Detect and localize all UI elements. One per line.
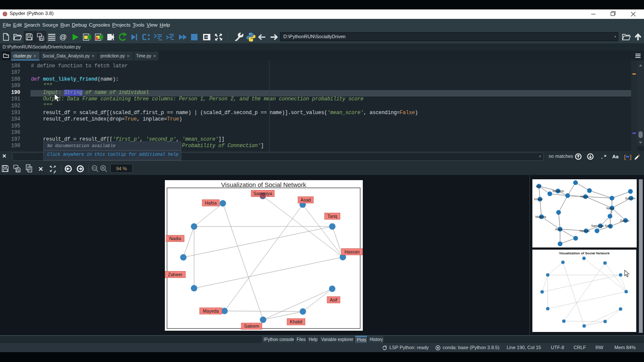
svg-text:@: @ <box>59 33 67 41</box>
svg-text:Asad: Asad <box>301 197 311 202</box>
svg-text:Hassan: Hassan <box>344 249 360 254</box>
svg-text:Visualization of Social Networ: Visualization of Social Network <box>221 181 307 188</box>
svg-text:Khalid: Khalid <box>290 319 302 324</box>
svg-text:Saleem: Saleem <box>244 323 259 329</box>
svg-text:Tariq: Tariq <box>328 214 337 219</box>
svg-text:✕: ✕ <box>38 166 43 172</box>
svg-text:Asif: Asif <box>330 297 337 302</box>
svg-text:Aa: Aa <box>612 154 619 159</box>
svg-text:Nadia: Nadia <box>169 236 181 241</box>
svg-text:Sammiya: Sammiya <box>253 191 272 196</box>
svg-text:Hassan: Hassan <box>580 229 590 232</box>
svg-text:.*: .* <box>600 154 607 160</box>
svg-text:Hafsa: Hafsa <box>580 195 588 198</box>
svg-text:Hafsa: Hafsa <box>205 200 217 205</box>
svg-text:Zaheer: Zaheer <box>168 272 182 277</box>
svg-text:Asad: Asad <box>555 228 562 231</box>
svg-text:Mayeda: Mayeda <box>203 308 219 314</box>
svg-text:Saleem: Saleem <box>625 197 635 200</box>
svg-text:Asif: Asif <box>536 185 541 188</box>
svg-text:Nadeem: Nadeem <box>553 190 564 193</box>
svg-text:Zaheer: Zaheer <box>620 219 630 222</box>
svg-text:Visualization of Social Networ: Visualization of Social Network <box>559 251 610 255</box>
svg-text:Nadia: Nadia <box>606 207 614 210</box>
svg-text:Sammiya Tariq: Sammiya Tariq <box>591 224 611 228</box>
svg-text:]: ] <box>629 154 632 160</box>
svg-text:Khalid: Khalid <box>534 198 543 201</box>
svg-text:Mayeda: Mayeda <box>535 215 546 219</box>
